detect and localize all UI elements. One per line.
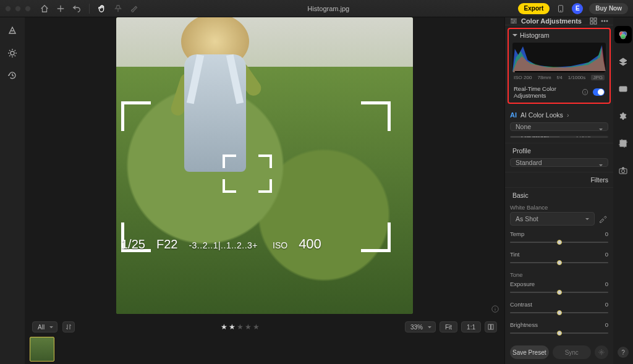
thumbnail[interactable] [30,337,54,362]
brightness-label: Brightness [510,321,538,328]
meta-iso: ISO 200 [514,75,532,80]
sort-button[interactable] [62,321,75,332]
export-button[interactable]: Export [518,3,550,14]
filters-label: Filters [590,176,608,184]
meta-aperture: f/4 [557,75,563,80]
center-panel: 1/25 F22 -3..2..1|..1..2..3+ ISO 400 All… [25,17,504,364]
tint-value[interactable]: 0 [605,251,608,258]
star-icon[interactable]: ★ [245,323,252,331]
svg-rect-5 [491,324,494,329]
plus-icon[interactable] [56,4,66,14]
history-icon[interactable] [7,70,17,82]
tint-slider-row: Tint0 [505,250,613,270]
svg-rect-18 [620,140,626,146]
meta-format-badge: JPG [591,75,605,80]
canvas-area[interactable]: 1/25 F22 -3..2..1|..1..2..3+ ISO 400 [25,17,504,320]
white-balance-select[interactable]: As Shot [510,212,595,226]
viewfinder-readout: 1/25 F22 -3..2..1|..1..2..3+ ISO 400 [121,236,413,252]
traffic-zoom[interactable] [25,6,31,12]
sync-button[interactable]: Sync [553,345,592,359]
rating-stars[interactable]: ★ ★ ★ ★ ★ [221,323,260,331]
compare-view-button[interactable] [485,321,497,332]
scope-segment[interactable]: Full Image Local [510,136,608,138]
svg-point-1 [561,11,561,11]
star-icon[interactable]: ★ [229,323,236,331]
exposure-slider-row: Exposure0 [505,279,613,300]
histogram-section-highlight: Histogram ISO 200 78mm f/4 1/1000s JPG R… [508,28,611,104]
color-adjustments-tab-icon[interactable] [614,26,632,43]
info-icon[interactable]: i [582,89,588,95]
brush-icon[interactable] [129,4,139,14]
info-icon[interactable] [491,305,499,315]
camera-tab-icon[interactable] [614,162,632,179]
viewfinder-corner [121,101,151,131]
crop-tab-icon[interactable] [614,135,632,152]
readout-shutter: 1/25 [121,237,145,252]
star-icon[interactable]: ★ [221,323,227,331]
star-icon[interactable]: ★ [237,323,244,331]
ai-badge-icon: AI [510,111,517,119]
readout-iso-value: 400 [299,236,321,252]
crop-icon[interactable] [7,26,17,37]
ai-looks-select[interactable]: None [510,122,608,131]
meta-focal: 78mm [537,75,551,80]
svg-point-11 [604,20,605,22]
hand-tool-icon[interactable] [97,4,107,14]
realtime-toggle[interactable] [593,88,605,96]
push-pin-icon[interactable] [113,4,123,14]
exposure-value[interactable]: 0 [605,281,608,287]
filters-header[interactable]: Filters [505,172,613,187]
user-avatar[interactable]: E [572,3,583,14]
temp-slider[interactable] [510,239,608,246]
brightness-slider[interactable] [510,329,608,337]
retouch-tab-icon[interactable] [614,80,632,98]
help-button[interactable]: ? [618,347,629,358]
tint-slider[interactable] [510,259,608,266]
scope-local[interactable]: Local [559,137,608,137]
left-toolbar [0,17,25,364]
star-icon[interactable]: ★ [253,323,260,331]
contrast-value[interactable]: 0 [605,301,608,308]
home-icon[interactable] [40,4,49,14]
histogram-graph[interactable] [512,43,606,72]
sun-icon[interactable] [7,48,17,59]
scope-full[interactable]: Full Image [511,137,559,137]
traffic-minimize[interactable] [15,6,21,12]
presets-icon[interactable] [590,17,597,25]
fit-button[interactable]: Fit [440,321,457,332]
histogram-header[interactable]: Histogram [509,29,610,41]
realtime-label: Real-Time Color Adjustments [514,85,580,99]
temp-slider-row: Temp0 [505,229,613,250]
meta-shutter: 1/1000s [568,75,585,80]
profile-header[interactable]: Profile [505,143,613,158]
white-balance-label: White Balance [505,203,613,212]
svg-rect-8 [590,22,593,24]
buy-now-button[interactable]: Buy Now [589,3,628,14]
traffic-close[interactable] [5,6,11,12]
tint-label: Tint [510,251,519,258]
canvas-image[interactable]: 1/25 F22 -3..2..1|..1..2..3+ ISO 400 [116,17,413,314]
basic-header[interactable]: Basic [505,187,613,203]
undo-icon[interactable] [72,4,82,14]
more-icon[interactable] [601,17,608,25]
profile-select[interactable]: Standard [510,158,608,167]
brightness-value[interactable]: 0 [605,321,608,328]
effects-tab-icon[interactable] [614,108,632,125]
temp-value[interactable]: 0 [605,231,608,237]
contrast-slider-row: Contrast0 [505,300,613,320]
exposure-slider[interactable] [510,289,608,296]
device-preview-icon[interactable] [556,4,566,14]
tone-label: Tone [505,270,613,279]
contrast-label: Contrast [510,301,532,308]
filter-dropdown[interactable]: All [32,321,57,332]
one-to-one-button[interactable]: 1:1 [461,321,481,332]
layers-tab-icon[interactable] [614,53,632,70]
svg-point-13 [601,352,603,353]
ai-color-looks-row[interactable]: AI AI Color Looks › [505,106,613,122]
save-preset-button[interactable]: Save Preset [510,345,549,359]
zoom-dropdown[interactable]: 33% [405,321,436,332]
eyedropper-icon[interactable] [597,212,608,226]
svg-rect-7 [594,18,597,20]
contrast-slider[interactable] [510,309,608,316]
sync-settings-icon[interactable] [595,345,608,359]
